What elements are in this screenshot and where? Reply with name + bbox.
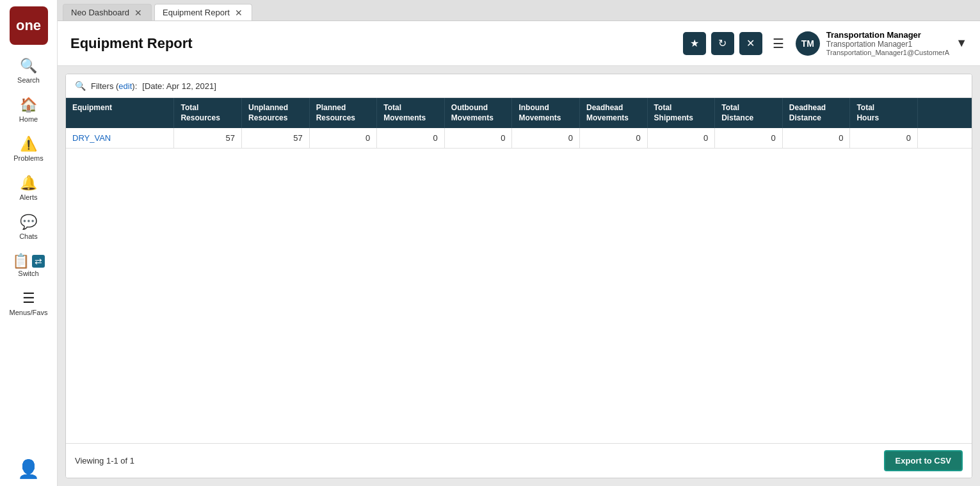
sidebar-label-home: Home bbox=[19, 115, 38, 123]
sidebar-item-menus[interactable]: ☰ Menus/Favs bbox=[0, 284, 57, 323]
user-role: Transportation Manager1 bbox=[826, 40, 949, 49]
user-section: TM Transportation Manager Transportation… bbox=[796, 30, 967, 56]
user-dropdown-icon[interactable]: ▼ bbox=[956, 36, 967, 50]
table-cell-outbound-movements: 0 bbox=[444, 128, 512, 149]
tab-neo-dashboard-label: Neo Dashboard bbox=[71, 8, 129, 17]
table-cell-equipment[interactable]: DRY_VAN bbox=[66, 128, 174, 149]
menus-icon: ☰ bbox=[22, 290, 35, 307]
sidebar-label-chats: Chats bbox=[19, 232, 38, 240]
table-cell-unplanned-resources: 57 bbox=[242, 128, 310, 149]
switch-icon2: ⇄ bbox=[32, 255, 45, 268]
user-profile-icon: 👤 bbox=[17, 458, 40, 480]
page-header: Equipment Report ★ ↻ ✕ ☰ TM bbox=[58, 21, 980, 66]
app-logo: one bbox=[10, 6, 48, 45]
main-area: Neo Dashboard ✕ Equipment Report ✕ Equip… bbox=[58, 0, 980, 486]
equipment-link[interactable]: DRY_VAN bbox=[72, 133, 111, 143]
table-cell-action bbox=[917, 128, 972, 149]
equipment-table: Equipment TotalResources UnplannedResour… bbox=[66, 98, 972, 149]
sidebar-label-alerts: Alerts bbox=[19, 193, 37, 201]
sidebar-item-switch[interactable]: 📋 ⇄ Switch bbox=[0, 247, 57, 284]
table-cell-total-distance: 0 bbox=[715, 128, 783, 149]
filters-edit-link[interactable]: edit bbox=[118, 81, 132, 91]
problems-icon: ⚠️ bbox=[20, 136, 37, 152]
col-header-total-shipments: TotalShipments bbox=[647, 98, 715, 128]
sidebar-label-menus: Menus/Favs bbox=[10, 309, 48, 316]
sidebar-item-search[interactable]: 🔍 Search bbox=[0, 51, 57, 90]
menu-icon: ☰ bbox=[773, 36, 784, 51]
switch-icon1: 📋 bbox=[12, 253, 29, 270]
alerts-icon: 🔔 bbox=[20, 175, 37, 191]
sidebar-item-home[interactable]: 🏠 Home bbox=[0, 90, 57, 129]
table-cell-total-movements: 0 bbox=[377, 128, 445, 149]
close-icon: ✕ bbox=[746, 37, 755, 49]
tab-equipment-report-label: Equipment Report bbox=[163, 8, 230, 17]
table-cell-planned-resources: 0 bbox=[309, 128, 377, 149]
col-header-outbound-movements: OutboundMovements bbox=[444, 98, 512, 128]
table-body: DRY_VAN5757000000000 bbox=[66, 128, 972, 149]
sidebar-item-problems[interactable]: ⚠️ Problems bbox=[0, 129, 57, 168]
sidebar-label-switch: Switch bbox=[18, 270, 38, 277]
tab-equipment-report[interactable]: Equipment Report ✕ bbox=[154, 4, 252, 20]
col-header-unplanned-resources: UnplannedResources bbox=[242, 98, 310, 128]
chats-icon: 💬 bbox=[20, 214, 37, 231]
tab-neo-dashboard[interactable]: Neo Dashboard ✕ bbox=[63, 4, 152, 20]
table-cell-total-hours: 0 bbox=[850, 128, 918, 149]
sidebar: one 🔍 Search 🏠 Home ⚠️ Problems 🔔 Alerts… bbox=[0, 0, 58, 486]
table-cell-inbound-movements: 0 bbox=[512, 128, 580, 149]
user-email: Transportation_Manager1@CustomerA bbox=[826, 49, 949, 56]
filters-value: [Date: Apr 12, 2021] bbox=[142, 81, 216, 91]
refresh-icon: ↻ bbox=[718, 37, 727, 49]
col-header-deadhead-movements: DeadheadMovements bbox=[580, 98, 648, 128]
col-header-inbound-movements: InboundMovements bbox=[512, 98, 580, 128]
table-cell-deadhead-movements: 0 bbox=[580, 128, 648, 149]
viewing-text: Viewing 1-1 of 1 bbox=[75, 456, 134, 466]
close-button[interactable]: ✕ bbox=[739, 32, 762, 55]
content-area: Equipment Report ★ ↻ ✕ ☰ TM bbox=[58, 21, 980, 486]
col-header-total-movements: TotalMovements bbox=[377, 98, 445, 128]
user-avatar: TM bbox=[796, 31, 820, 56]
table-cell-total-shipments: 0 bbox=[647, 128, 715, 149]
sidebar-item-chats[interactable]: 💬 Chats bbox=[0, 207, 57, 247]
filters-bar: 🔍 Filters (edit): [Date: Apr 12, 2021] bbox=[66, 74, 972, 98]
star-button[interactable]: ★ bbox=[683, 32, 706, 55]
menu-button[interactable]: ☰ bbox=[773, 36, 784, 51]
tab-equipment-report-close[interactable]: ✕ bbox=[234, 8, 244, 17]
col-header-total-distance: TotalDistance bbox=[715, 98, 783, 128]
table-footer: Viewing 1-1 of 1 Export to CSV bbox=[66, 443, 972, 478]
table-cell-deadhead-distance: 0 bbox=[782, 128, 850, 149]
star-icon: ★ bbox=[690, 37, 699, 49]
col-header-action bbox=[917, 98, 972, 128]
header-actions: ★ ↻ ✕ ☰ TM Transportation Manager bbox=[683, 30, 967, 56]
report-container: 🔍 Filters (edit): [Date: Apr 12, 2021] E… bbox=[65, 74, 972, 478]
sidebar-label-problems: Problems bbox=[13, 154, 43, 162]
tab-bar: Neo Dashboard ✕ Equipment Report ✕ bbox=[58, 0, 980, 21]
refresh-button[interactable]: ↻ bbox=[711, 32, 734, 55]
col-header-deadhead-distance: DeadheadDistance bbox=[782, 98, 850, 128]
col-header-total-resources: TotalResources bbox=[174, 98, 242, 128]
page-title: Equipment Report bbox=[70, 35, 683, 52]
filter-icon: 🔍 bbox=[75, 81, 86, 91]
home-icon: 🏠 bbox=[20, 97, 37, 113]
table-row: DRY_VAN5757000000000 bbox=[66, 128, 972, 149]
user-name: Transportation Manager bbox=[826, 30, 949, 40]
filters-label: Filters (edit): bbox=[91, 81, 137, 91]
sidebar-item-user-avatar[interactable]: 👤 bbox=[0, 452, 57, 486]
col-header-total-hours: TotalHours bbox=[850, 98, 918, 128]
export-csv-button[interactable]: Export to CSV bbox=[884, 450, 963, 471]
tab-neo-dashboard-close[interactable]: ✕ bbox=[133, 8, 143, 17]
col-header-equipment: Equipment bbox=[66, 98, 174, 128]
search-icon: 🔍 bbox=[20, 58, 37, 74]
table-header-row: Equipment TotalResources UnplannedResour… bbox=[66, 98, 972, 128]
sidebar-item-alerts[interactable]: 🔔 Alerts bbox=[0, 168, 57, 207]
table-cell-total-resources: 57 bbox=[174, 128, 242, 149]
sidebar-label-search: Search bbox=[17, 76, 40, 84]
table-wrapper: Equipment TotalResources UnplannedResour… bbox=[66, 98, 972, 443]
col-header-planned-resources: PlannedResources bbox=[309, 98, 377, 128]
user-info: Transportation Manager Transportation Ma… bbox=[826, 30, 949, 56]
